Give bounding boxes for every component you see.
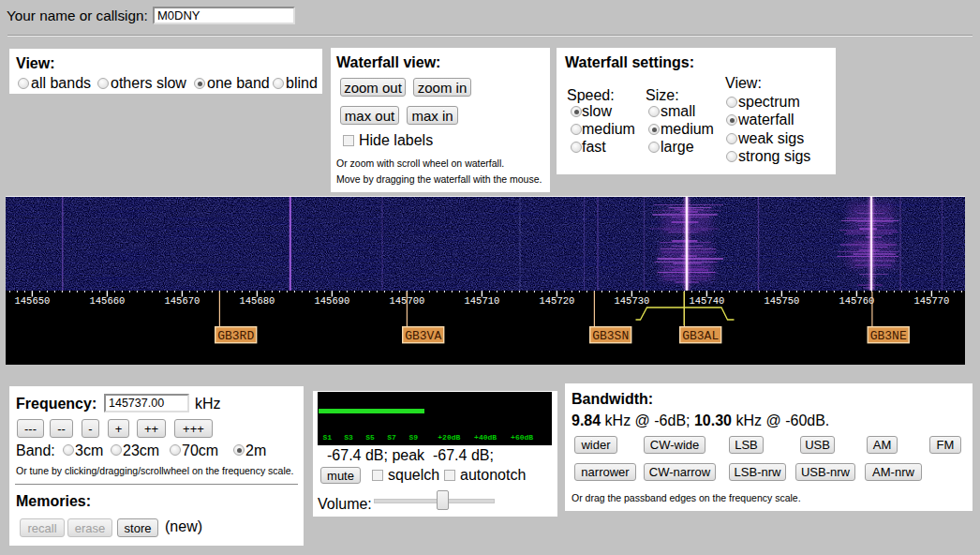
svg-text:145750: 145750 (764, 295, 799, 307)
svg-text:145760: 145760 (839, 295, 874, 307)
svg-text:GB3AL: GB3AL (682, 329, 719, 343)
svg-text:145650: 145650 (14, 295, 50, 307)
svg-text:145770: 145770 (913, 295, 949, 307)
svg-text:145680: 145680 (239, 295, 275, 307)
svg-text:GB3RD: GB3RD (217, 329, 254, 343)
svg-text:145730: 145730 (614, 295, 649, 307)
svg-text:145660: 145660 (89, 295, 125, 307)
svg-text:145710: 145710 (464, 295, 499, 307)
svg-text:GB3SN: GB3SN (592, 329, 629, 343)
svg-text:GB3NE: GB3NE (870, 329, 907, 343)
svg-text:145690: 145690 (314, 295, 349, 307)
svg-text:145670: 145670 (164, 295, 200, 307)
svg-text:GB3VA: GB3VA (405, 329, 441, 343)
svg-text:145740: 145740 (689, 295, 724, 307)
svg-text:145720: 145720 (539, 295, 574, 307)
